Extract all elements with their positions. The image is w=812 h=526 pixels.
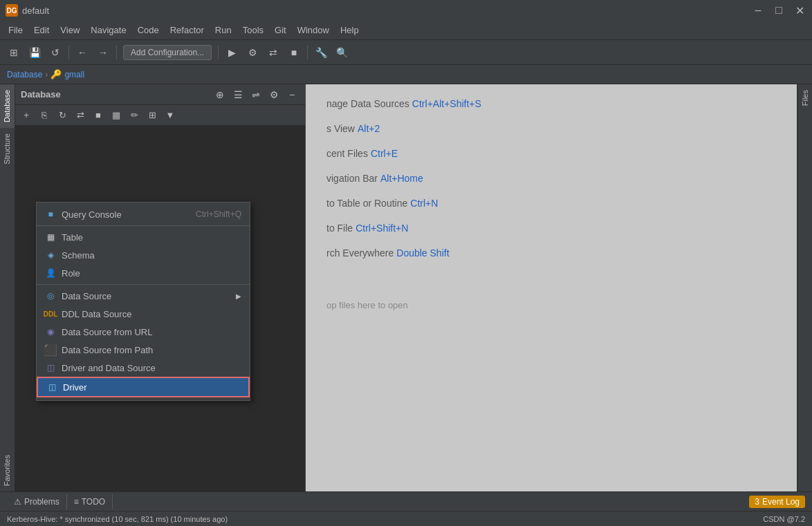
sidebar-item-structure[interactable]: Structure [0, 128, 15, 170]
ddl-icon: DDL [45, 308, 56, 319]
shortcut-key-3: Ctrl+E [371, 148, 398, 159]
shortcut-search-everywhere: rch Everywhere Double Shift [326, 247, 776, 259]
menu-window[interactable]: Window [292, 23, 335, 37]
db-panel: Database ⊕ ☰ ⇌ ⚙ − + ⎘ ↻ ⇄ ■ ▦ ✏ ⊞ ▼ [15, 84, 306, 491]
toolbar-settings-btn[interactable]: 🔧 [311, 44, 331, 62]
title-bar: DG default – □ ✕ [0, 0, 812, 21]
sidebar-item-database[interactable]: Database [0, 84, 15, 128]
ctx-driver-label: Driver [63, 382, 240, 393]
toolbar-debug-btn[interactable]: ⇄ [264, 44, 283, 62]
ctx-data-source[interactable]: ◎ Data Source ▶ [37, 287, 250, 305]
shortcut-key-2: Alt+2 [358, 123, 380, 134]
shortcut-key-5: Ctrl+N [410, 198, 438, 209]
toolbar-search-btn[interactable]: 🔍 [332, 44, 351, 62]
toolbar-sync-btn[interactable]: ↺ [46, 44, 65, 62]
panel-title: Database [21, 89, 61, 100]
bottom-bar: ⚠ Problems ≡ TODO 3 Event Log [0, 491, 812, 511]
shortcut-text-6: to File [326, 223, 353, 234]
shortcut-nav-bar: vigation Bar Alt+Home [326, 173, 776, 184]
ctx-query-console[interactable]: ■ Query Console Ctrl+Shift+Q [37, 205, 250, 223]
status-message: Kerberos-Hive: * synchronized (10 sec, 8… [7, 515, 228, 523]
path-icon: ⬛ [45, 344, 56, 355]
panel-tb-add[interactable]: + [18, 108, 35, 123]
menu-file[interactable]: File [3, 23, 28, 37]
panel-settings-btn[interactable]: ⚙ [266, 87, 282, 102]
menu-help[interactable]: Help [335, 23, 365, 37]
breadcrumb-database[interactable]: Database [7, 70, 42, 79]
panel-toolbar: + ⎘ ↻ ⇄ ■ ▦ ✏ ⊞ ▼ [15, 105, 305, 126]
panel-tb-edit[interactable]: ✏ [126, 108, 142, 123]
ctx-driver[interactable]: ◫ Driver [37, 377, 250, 397]
event-log-label: Event Log [762, 497, 800, 507]
panel-close-btn[interactable]: − [284, 87, 299, 102]
panel-tb-expand[interactable]: ⊞ [144, 108, 160, 123]
panel-tb-grid[interactable]: ▦ [108, 108, 124, 123]
tab-todo-label: TODO [82, 497, 105, 507]
panel-tb-transfer[interactable]: ⇄ [72, 108, 89, 123]
menu-git[interactable]: Git [269, 23, 292, 37]
toolbar-run-btn[interactable]: ▶ [222, 44, 241, 62]
panel-add-btn[interactable]: ⊕ [212, 87, 228, 102]
menu-run[interactable]: Run [210, 23, 237, 37]
toolbar-sep3 [218, 46, 219, 59]
menu-code[interactable]: Code [132, 23, 165, 37]
minimize-button[interactable]: – [751, 4, 765, 17]
ctx-table[interactable]: ▦ Table [37, 228, 250, 246]
menu-tools[interactable]: Tools [237, 23, 269, 37]
toolbar-build-btn[interactable]: ⚙ [243, 44, 262, 62]
main-content: nage Data Sources Ctrl+Alt+Shift+S s Vie… [306, 84, 797, 491]
shortcut-key-4: Alt+Home [380, 173, 423, 184]
ctx-sep2 [37, 284, 250, 285]
shortcut-view: s View Alt+2 [326, 123, 776, 134]
menu-view[interactable]: View [55, 23, 85, 37]
menu-bar: File Edit View Navigate Code Refactor Ru… [0, 21, 812, 40]
ctx-ddl-data-source[interactable]: DDL DDL Data Source [37, 305, 250, 323]
close-button[interactable]: ✕ [793, 4, 806, 17]
right-tab: Files [797, 84, 812, 491]
left-tabs: Database Structure Favorites [0, 84, 15, 491]
sidebar-item-favorites[interactable]: Favorites [0, 449, 15, 491]
panel-tb-refresh[interactable]: ↻ [54, 108, 71, 123]
drop-hint: op files here to open [326, 300, 408, 310]
shortcut-manage-datasources: nage Data Sources Ctrl+Alt+Shift+S [326, 98, 776, 109]
title-bar-title: default [22, 6, 49, 16]
toolbar-back-btn[interactable]: ← [73, 44, 92, 62]
ctx-schema[interactable]: ◈ Schema [37, 246, 250, 264]
schema-icon: ◈ [45, 250, 56, 261]
shortcut-key-1: Ctrl+Alt+Shift+S [412, 98, 481, 109]
todo-icon: ≡ [74, 497, 79, 507]
ctx-driver-data-source[interactable]: ◫ Driver and Data Source [37, 359, 250, 377]
context-menu: ■ Query Console Ctrl+Shift+Q ▦ Table ◈ S… [36, 202, 250, 401]
panel-sync-btn[interactable]: ⇌ [248, 87, 264, 102]
maximize-button[interactable]: □ [772, 4, 786, 17]
menu-edit[interactable]: Edit [28, 23, 55, 37]
event-log-button[interactable]: 3 Event Log [749, 496, 805, 508]
tab-todo[interactable]: ≡ TODO [67, 494, 113, 509]
toolbar: ⊞ 💾 ↺ ← → Add Configuration... ▶ ⚙ ⇄ ■ 🔧… [0, 40, 812, 65]
ctx-role[interactable]: 👤 Role [37, 264, 250, 282]
tab-problems[interactable]: ⚠ Problems [7, 494, 67, 509]
ctx-ddl-label: DDL Data Source [62, 309, 241, 319]
files-tab[interactable]: Files [797, 84, 812, 111]
toolbar-sep1 [68, 46, 69, 59]
panel-tb-stop[interactable]: ■ [90, 108, 107, 123]
ctx-query-console-shortcut: Ctrl+Shift+Q [196, 209, 241, 219]
ctx-data-source-path[interactable]: ⬛ Data Source from Path [37, 341, 250, 359]
toolbar-stop-btn[interactable]: ■ [284, 44, 304, 62]
toolbar-save-btn[interactable]: 💾 [25, 44, 44, 62]
add-configuration-button[interactable]: Add Configuration... [123, 45, 212, 60]
panel-list-btn[interactable]: ☰ [230, 87, 246, 102]
shortcut-text-1: nage Data Sources [326, 98, 409, 109]
problems-icon: ⚠ [14, 497, 21, 507]
ctx-data-source-url[interactable]: ◉ Data Source from URL [37, 323, 250, 341]
panel-tb-filter[interactable]: ▼ [162, 108, 178, 123]
panel-tb-copy[interactable]: ⎘ [36, 108, 53, 123]
menu-navigate[interactable]: Navigate [85, 23, 131, 37]
breadcrumb-gmall[interactable]: gmall [64, 70, 84, 79]
breadcrumb-schema-icon: 🔑 [50, 69, 62, 79]
toolbar-new-btn[interactable]: ⊞ [4, 44, 24, 62]
toolbar-forward-btn[interactable]: → [93, 44, 113, 62]
role-icon: 👤 [45, 267, 56, 279]
menu-refactor[interactable]: Refactor [165, 23, 210, 37]
shortcut-goto-file: to File Ctrl+Shift+N [326, 223, 776, 234]
